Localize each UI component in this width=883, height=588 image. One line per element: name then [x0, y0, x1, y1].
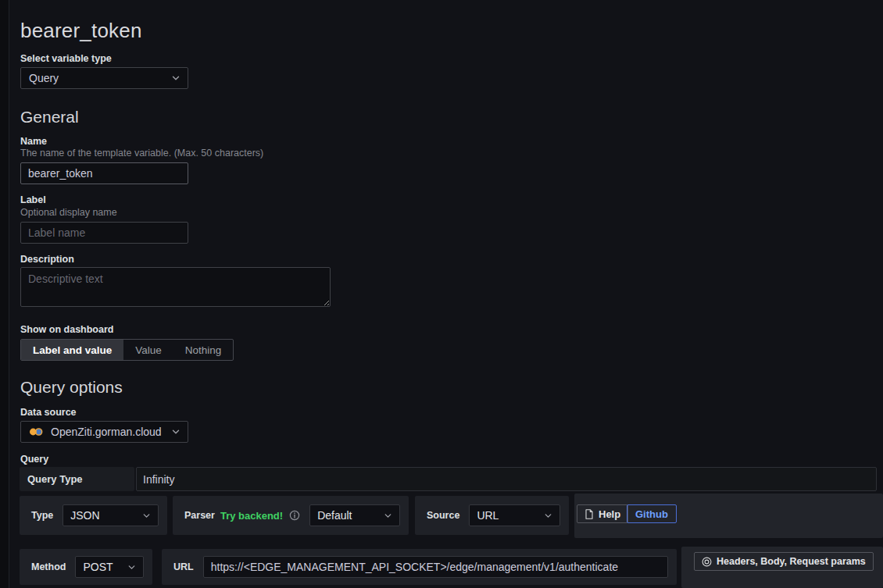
- source-field-group: Source URL: [415, 496, 569, 535]
- data-source-value: OpenZiti.gorman.cloud: [51, 426, 162, 438]
- radio-option-label-and-value[interactable]: Label and value: [21, 340, 123, 360]
- method-value: POST: [83, 561, 113, 573]
- url-field-group: URL: [162, 549, 677, 585]
- url-input[interactable]: [203, 556, 668, 578]
- page-title: bearer_token: [20, 19, 142, 43]
- method-field-group: Method POST: [20, 549, 152, 585]
- document-icon: [584, 509, 594, 519]
- type-field-group: Type JSON: [20, 496, 167, 535]
- try-backend-link[interactable]: Try backend!: [220, 510, 283, 522]
- chevron-down-icon: [383, 511, 393, 521]
- method-label: Method: [31, 561, 66, 572]
- label-input[interactable]: [20, 222, 188, 244]
- help-button-label: Help: [599, 508, 620, 520]
- type-value: JSON: [70, 509, 99, 522]
- query-options-heading: Query options: [20, 378, 123, 397]
- concentric-circles-icon: [702, 557, 712, 567]
- chevron-down-icon: [170, 73, 181, 84]
- source-label: Source: [427, 510, 459, 521]
- name-description: The name of the template variable. (Max.…: [20, 148, 263, 159]
- show-on-dashboard-label: Show on dashboard: [20, 324, 113, 335]
- source-select[interactable]: URL: [469, 504, 560, 526]
- radio-option-nothing[interactable]: Nothing: [173, 340, 234, 360]
- type-select[interactable]: JSON: [63, 504, 159, 526]
- headers-body-params-button[interactable]: Headers, Body, Request params: [694, 552, 874, 571]
- parser-select[interactable]: Default: [309, 504, 400, 526]
- url-label: URL: [173, 561, 194, 572]
- name-input[interactable]: [20, 162, 188, 184]
- type-label: Type: [31, 510, 53, 521]
- description-textarea[interactable]: [20, 267, 331, 307]
- general-heading: General: [20, 108, 79, 127]
- method-select[interactable]: POST: [75, 556, 144, 578]
- description-label: Description: [20, 254, 74, 265]
- parser-field-group: Parser Try backend! Default: [173, 496, 409, 535]
- source-value: URL: [477, 509, 499, 522]
- parser-label: Parser: [184, 510, 215, 521]
- parser-value: Default: [317, 509, 352, 522]
- info-icon[interactable]: [289, 510, 300, 521]
- show-on-dashboard-radio-group: Label and value Value Nothing: [20, 339, 234, 361]
- github-button-label: Github: [635, 508, 668, 520]
- label-label: Label: [20, 194, 46, 205]
- data-source-label: Data source: [20, 407, 77, 418]
- chevron-down-icon: [170, 426, 181, 437]
- variable-type-label: Select variable type: [20, 53, 112, 64]
- infinity-datasource-logo-icon: [29, 427, 44, 437]
- github-button[interactable]: Github: [627, 504, 677, 523]
- name-label: Name: [20, 136, 47, 147]
- data-source-select[interactable]: OpenZiti.gorman.cloud: [20, 421, 188, 443]
- headers-button-label: Headers, Body, Request params: [717, 556, 866, 567]
- variable-type-select[interactable]: Query: [20, 67, 188, 89]
- label-description: Optional display name: [20, 207, 117, 218]
- help-button[interactable]: Help: [577, 504, 628, 523]
- chevron-down-icon: [141, 511, 152, 521]
- query-section-label: Query: [20, 454, 48, 465]
- variable-editor-page: bearer_token Select variable type Query …: [0, 0, 883, 588]
- radio-option-value[interactable]: Value: [123, 340, 173, 360]
- query-type-input[interactable]: [136, 467, 877, 491]
- pane-edge-divider: [0, 0, 9, 588]
- query-type-label: Query Type: [20, 467, 134, 491]
- chevron-down-icon: [543, 511, 553, 521]
- variable-type-value: Query: [29, 72, 59, 84]
- chevron-down-icon: [127, 562, 137, 572]
